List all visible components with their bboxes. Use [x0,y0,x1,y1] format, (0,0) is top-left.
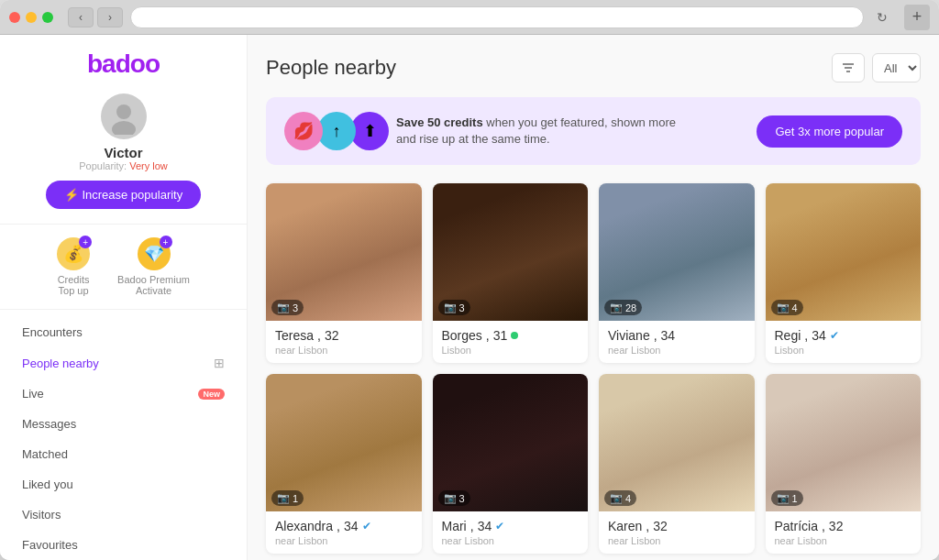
person-card-regi[interactable]: 📷 4 Regi, 34 ✔ Lisbon [766,183,922,363]
person-card-mari[interactable]: 📷 3 Mari, 34 ✔ near Lisbon [433,374,589,554]
people-nearby-filter-icon[interactable]: ⊞ [214,356,225,370]
person-info-mari: Mari, 34 ✔ near Lisbon [433,511,589,554]
svg-point-1 [112,121,136,135]
person-photo-viviane: 📷 28 [599,183,755,321]
promo-banner: 💋 ↑ ⬆ Save 50 credits when you get featu… [266,97,921,165]
get-popular-button[interactable]: Get 3x more popular [757,115,902,148]
person-info-viviane: Viviane, 34 near Lisbon [599,321,755,363]
page-header: People nearby All [266,53,921,82]
person-info-karen: Karen, 32 near Lisbon [599,511,755,554]
promo-text: Save 50 credits when you get featured, s… [396,115,690,148]
person-location-viviane: near Lisbon [608,345,746,356]
credits-top-up[interactable]: 💰 + CreditsTop up [57,237,90,296]
promo-icon-up: ⬆ [350,112,389,150]
premium-activate[interactable]: 💎 + Badoo PremiumActivate [117,237,190,296]
verified-badge-regi: ✔ [830,329,839,342]
promo-left: 💋 ↑ ⬆ Save 50 credits when you get featu… [284,112,690,150]
avatar [101,93,147,139]
person-location-borges: Lisbon [442,345,580,356]
filter-select[interactable]: All [872,53,921,82]
popularity-value: Very low [129,160,168,171]
promo-icon-arrow: ↑ [317,112,356,150]
person-name-patricia: Patrícia, 32 [775,519,912,533]
sidebar-item-favourites[interactable]: Favourites [0,530,247,560]
badoo-logo: badoo [0,49,247,79]
increase-popularity-button[interactable]: ⚡ Increase popularity [46,181,201,209]
svg-point-0 [116,104,131,119]
close-button[interactable] [9,12,20,23]
user-section: Victor Popularity: Very low ⚡ Increase p… [0,93,247,225]
main-content: People nearby All [248,35,939,560]
person-name-teresa: Teresa, 32 [275,328,413,343]
person-card-teresa[interactable]: 📷 3 Teresa, 32 near Lisbon [266,183,422,363]
person-photo-borges: 📷 3 [433,183,589,321]
browser-window: ‹ › ↻ + badoo Victor Popularity: Very lo… [0,0,939,560]
plus-icon: + [79,236,92,248]
photo-count-patricia: 📷 1 [771,490,803,506]
person-name-regi: Regi, 34 ✔ [775,328,912,343]
page-title: People nearby [266,56,396,80]
sidebar-item-visitors[interactable]: Visitors [0,500,247,530]
online-indicator-borges [511,332,518,339]
person-photo-regi: 📷 4 [766,183,922,321]
sidebar-item-liked-you[interactable]: Liked you [0,469,247,500]
person-card-karen[interactable]: 📷 4 Karen, 32 near Lisbon [599,374,755,554]
person-card-alexandra[interactable]: 📷 1 Alexandra, 34 ✔ near Lisbon [266,374,422,554]
sidebar-item-messages[interactable]: Messages [0,409,247,439]
fullscreen-button[interactable] [42,12,53,23]
sidebar-item-live[interactable]: Live New [0,379,247,409]
photo-count-mari: 📷 3 [438,490,470,506]
minimize-button[interactable] [26,12,37,23]
premium-plus-icon: + [160,236,172,248]
nav-section: Encounters People nearby ⊞ Live New Mess… [0,310,247,560]
traffic-lights [9,12,53,23]
filter-button[interactable] [832,53,865,82]
refresh-button[interactable]: ↻ [871,6,893,28]
user-popularity: Popularity: Very low [79,160,168,171]
verified-badge-alexandra: ✔ [362,520,371,533]
credits-icon: 💰 + [57,237,90,270]
person-location-mari: near Lisbon [442,535,580,546]
person-photo-alexandra: 📷 1 [266,374,422,511]
person-location-teresa: near Lisbon [275,345,413,356]
person-info-teresa: Teresa, 32 near Lisbon [266,321,422,363]
person-info-patricia: Patrícia, 32 near Lisbon [766,511,922,554]
promo-icon-heart: 💋 [284,112,323,150]
credits-section: 💰 + CreditsTop up 💎 + Badoo PremiumActiv… [0,225,247,310]
sidebar-item-matched[interactable]: Matched [0,439,247,469]
forward-button[interactable]: › [97,7,123,27]
photo-count-viviane: 📷 28 [604,300,642,315]
person-location-alexandra: near Lisbon [275,535,413,546]
person-location-regi: Lisbon [775,345,912,356]
photo-count-borges: 📷 3 [438,300,470,315]
premium-icon: 💎 + [138,237,171,270]
nav-buttons: ‹ › [68,7,123,27]
header-controls: All [832,53,921,82]
person-card-viviane[interactable]: 📷 28 Viviane, 34 near Lisbon [599,183,755,363]
url-bar[interactable] [130,6,864,28]
sidebar-item-people-nearby[interactable]: People nearby ⊞ [0,347,247,379]
person-location-karen: near Lisbon [608,535,746,546]
person-location-patricia: near Lisbon [775,535,912,546]
premium-label: Badoo PremiumActivate [117,274,190,296]
photo-count-karen: 📷 4 [604,490,636,506]
person-name-karen: Karen, 32 [608,519,746,533]
new-tab-button[interactable]: + [904,5,930,30]
sidebar: badoo Victor Popularity: Very low ⚡ Incr… [0,35,248,560]
credits-label: CreditsTop up [58,274,90,296]
person-name-borges: Borges, 31 [442,328,580,343]
person-name-mari: Mari, 34 ✔ [442,519,580,533]
people-grid: 📷 3 Teresa, 32 near Lisbon [266,183,921,554]
person-photo-karen: 📷 4 [599,374,755,511]
user-name: Victor [104,145,142,160]
photo-count-teresa: 📷 3 [271,300,304,315]
person-photo-teresa: 📷 3 [266,183,422,321]
sidebar-item-encounters[interactable]: Encounters [0,317,247,347]
person-card-borges[interactable]: 📷 3 Borges, 31 Lisbon [433,183,589,363]
back-button[interactable]: ‹ [68,7,94,27]
promo-icons: 💋 ↑ ⬆ [284,112,383,150]
person-card-patricia[interactable]: 📷 1 Patrícia, 32 near Lisbon [766,374,922,554]
photo-count-alexandra: 📷 1 [271,490,304,506]
photo-count-regi: 📷 4 [771,300,803,315]
person-photo-mari: 📷 3 [433,374,589,511]
